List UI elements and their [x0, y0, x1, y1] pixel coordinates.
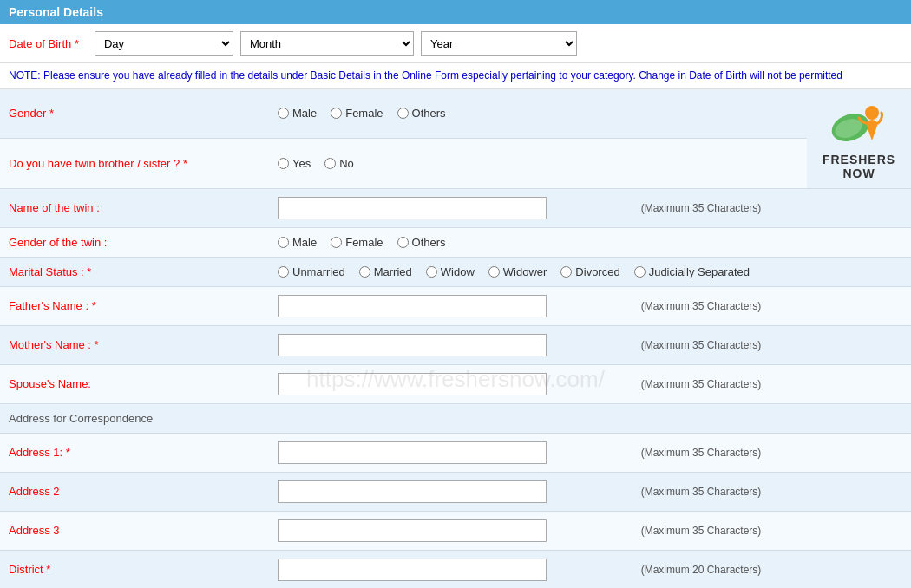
twin-name-input-col [269, 188, 632, 227]
twin-no-radio[interactable] [324, 158, 336, 169]
district-hint: (Maximum 20 Characters) [632, 550, 807, 588]
marital-status-label: Marital Status : * [0, 257, 269, 286]
twin-gender-label: Gender of the twin : [0, 227, 269, 257]
twin-gender-female-label[interactable]: Female [331, 236, 383, 249]
dob-day-select[interactable]: Day [95, 31, 233, 56]
address1-label: Address 1: * [0, 433, 269, 472]
spouse-name-input[interactable] [278, 373, 547, 395]
address3-hint: (Maximum 35 Characters) [632, 511, 807, 550]
marital-status-radio-group: Unmarried Married Widow Widower [278, 265, 902, 278]
twin-name-input[interactable] [278, 197, 547, 219]
dob-row: Date of Birth * Day Month Year [0, 24, 911, 63]
address1-row: Address 1: * (Maximum 35 Characters) [0, 433, 911, 472]
twin-gender-others-label[interactable]: Others [397, 236, 446, 249]
gender-male-radio[interactable] [278, 108, 289, 119]
twin-radio-group: Yes No [278, 157, 624, 170]
marital-widow-radio[interactable] [426, 266, 437, 278]
twin-yes-label[interactable]: Yes [278, 157, 311, 170]
district-label: District * [0, 550, 269, 588]
twin-yes-radio[interactable] [278, 158, 289, 169]
father-name-hint: (Maximum 35 Characters) [632, 286, 807, 325]
address1-input-col [269, 433, 632, 472]
marital-married-radio[interactable] [359, 266, 370, 278]
section-title: Personal Details [9, 5, 103, 19]
twin-name-hint: (Maximum 35 Characters) [632, 188, 807, 227]
page-wrapper: Personal Details Date of Birth * Day Mon… [0, 0, 911, 588]
twin-name-row: Name of the twin : (Maximum 35 Character… [0, 188, 911, 227]
spouse-name-hint: (Maximum 35 Characters) [632, 364, 807, 403]
twin-gender-others-radio[interactable] [397, 237, 409, 248]
twin-no-label[interactable]: No [324, 157, 354, 170]
form-table: Gender * Male Female Others [0, 89, 911, 588]
twin-name-label: Name of the twin : [0, 188, 269, 227]
gender-others-label[interactable]: Others [397, 107, 446, 120]
gender-others-radio[interactable] [397, 108, 409, 119]
father-name-input-col [269, 286, 632, 325]
mother-name-hint: (Maximum 35 Characters) [632, 325, 807, 364]
spouse-name-label: Spouse's Name: [0, 364, 269, 403]
marital-judicially-separated-radio[interactable] [634, 266, 646, 278]
marital-unmarried-radio[interactable] [278, 266, 289, 278]
twin-label: Do you have twin brother / sister ? * [0, 139, 269, 189]
address3-row: Address 3 (Maximum 35 Characters) [0, 511, 911, 550]
district-input-col [269, 550, 632, 588]
mother-name-input-col [269, 325, 632, 364]
svg-point-2 [865, 106, 879, 120]
section-header: Personal Details [0, 0, 911, 24]
twin-gender-row: Gender of the twin : Male Female Others [0, 227, 911, 257]
marital-divorced-label[interactable]: Divorced [560, 265, 619, 278]
logo-container: FRESHERS NOW [816, 97, 902, 180]
address-section-label: Address for Correspondence [0, 403, 911, 433]
dob-month-select[interactable]: Month [240, 31, 414, 56]
dob-year-select[interactable]: Year [421, 31, 577, 56]
form-section: Gender * Male Female Others [0, 89, 911, 588]
address1-hint: (Maximum 35 Characters) [632, 433, 807, 472]
gender-label: Gender * [0, 89, 269, 139]
marital-widower-label[interactable]: Widower [488, 265, 547, 278]
address2-row: Address 2 (Maximum 35 Characters) [0, 472, 911, 511]
twin-input-col: Yes No [269, 139, 632, 189]
marital-married-label[interactable]: Married [359, 265, 412, 278]
gender-input-col: Male Female Others [269, 89, 632, 139]
mother-name-row: Mother's Name : * (Maximum 35 Characters… [0, 325, 911, 364]
marital-widow-label[interactable]: Widow [426, 265, 475, 278]
twin-gender-radio-group: Male Female Others [278, 236, 624, 249]
logo-cell: FRESHERS NOW [807, 89, 911, 189]
address1-input[interactable] [278, 441, 547, 464]
address3-input[interactable] [278, 519, 547, 542]
gender-female-radio[interactable] [331, 108, 342, 119]
gender-male-label[interactable]: Male [278, 107, 317, 120]
marital-status-input-col: Unmarried Married Widow Widower [269, 257, 911, 286]
father-name-row: Father's Name : * (Maximum 35 Characters… [0, 286, 911, 325]
gender-radio-group: Male Female Others [278, 107, 624, 120]
spouse-name-input-col [269, 364, 632, 403]
gender-row: Gender * Male Female Others [0, 89, 911, 139]
address2-hint: (Maximum 35 Characters) [632, 472, 807, 511]
twin-gender-male-label[interactable]: Male [278, 236, 317, 249]
twin-gender-male-radio[interactable] [278, 237, 289, 248]
father-name-label: Father's Name : * [0, 286, 269, 325]
marital-divorced-radio[interactable] [560, 266, 572, 278]
address2-input[interactable] [278, 480, 547, 503]
twin-row: Do you have twin brother / sister ? * Ye… [0, 139, 911, 189]
father-name-input[interactable] [278, 295, 547, 317]
twin-gender-female-radio[interactable] [331, 237, 342, 248]
mother-name-label: Mother's Name : * [0, 325, 269, 364]
twin-gender-input-col: Male Female Others [269, 227, 632, 257]
marital-judicially-separated-label[interactable]: Judicially Separated [634, 265, 750, 278]
district-row: District * (Maximum 20 Characters) [0, 550, 911, 588]
address2-label: Address 2 [0, 472, 269, 511]
logo-svg [824, 97, 894, 149]
district-input[interactable] [278, 559, 547, 581]
note-text: NOTE: Please ensure you have already fil… [9, 69, 842, 82]
logo-text: FRESHERS NOW [816, 153, 902, 180]
gender-female-label[interactable]: Female [331, 107, 383, 120]
marital-status-row: Marital Status : * Unmarried Married Wi [0, 257, 911, 286]
address3-input-col [269, 511, 632, 550]
marital-unmarried-label[interactable]: Unmarried [278, 265, 345, 278]
marital-widower-radio[interactable] [488, 266, 500, 278]
spouse-name-row: Spouse's Name: (Maximum 35 Characters) [0, 364, 911, 403]
note-row: NOTE: Please ensure you have already fil… [0, 63, 911, 89]
dob-label: Date of Birth * [9, 37, 79, 50]
mother-name-input[interactable] [278, 334, 547, 356]
